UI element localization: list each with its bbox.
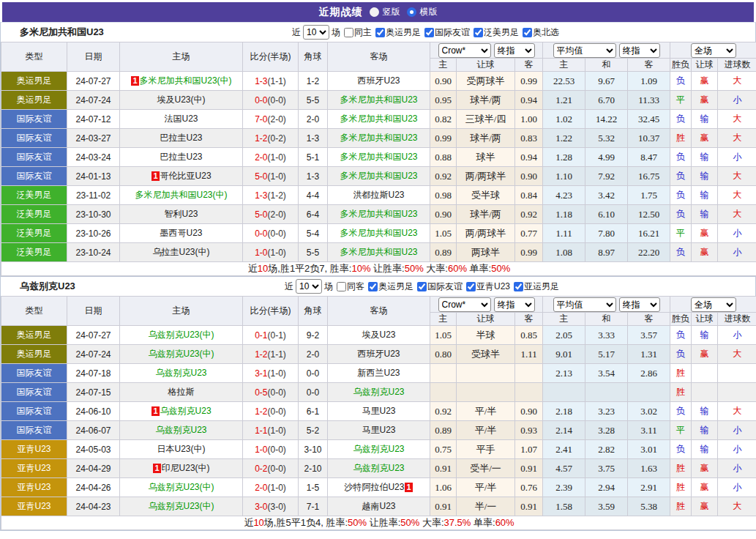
score-cell: 1-1(1-0) (243, 421, 299, 440)
radio-unchecked-icon[interactable] (370, 7, 379, 17)
date-cell: 24-04-23 (67, 497, 120, 516)
comp-checkbox-4[interactable] (514, 282, 523, 291)
score-cell: 3-1(1-0) (243, 364, 299, 383)
fulltime-score: 3-1 (255, 368, 267, 379)
avg-time-select[interactable]: 终指 (619, 43, 660, 58)
handicap-home-odds-cell: 1.06 (430, 478, 457, 497)
away-team-cell: 乌兹别克U23 (328, 459, 430, 478)
match-type-cell: 国际友谊 (1, 364, 67, 383)
result-group-header: 全场 (670, 42, 756, 59)
avg-home-cell: 4.57 (543, 459, 585, 478)
comp-checkbox-4[interactable] (523, 28, 532, 37)
avg-home-cell: 1.10 (543, 167, 585, 186)
home-team-cell: 巴拉圭U23 (120, 148, 243, 167)
sub-avg-away: 客 (628, 59, 670, 72)
away-team-cell: 埃及U23 (328, 326, 430, 345)
same-home-checkbox[interactable] (344, 28, 353, 37)
fulltime-score: 1-2 (255, 133, 267, 144)
filter-bar: 近 10 场 同客 奥运男足 国际友谊 亚青U23 亚运男足 (285, 279, 559, 294)
avg-home-cell: 1.28 (543, 148, 585, 167)
rank-badge: 1 (131, 76, 138, 86)
handicap-line-cell: 受球半 (457, 345, 515, 364)
col-corner: 角球 (299, 42, 328, 72)
result-goals-cell: 大 (718, 110, 756, 129)
sub-avg-home: 主 (543, 313, 585, 326)
bookmaker-select[interactable]: Crow* (438, 43, 491, 58)
fulltime-score: 1-3 (255, 190, 267, 201)
match-type-cell: 奥运男足 (1, 72, 67, 91)
result-outcome-cell: 负 (670, 186, 692, 205)
corner-cell: 5-1 (299, 148, 328, 167)
match-row: 泛美男足23-11-02多米尼加共和国U23(中)1-3(1-2)4-4洪都拉斯… (1, 186, 756, 205)
halftime-score: (1-0) (268, 152, 286, 163)
result-goals-cell: 大 (718, 72, 756, 91)
comp-checkbox-2[interactable] (424, 28, 434, 37)
layout-radio-vertical[interactable]: 竖版 (370, 6, 400, 18)
result-handicap-cell: 赢 (692, 224, 718, 243)
date-cell: 24-06-10 (67, 402, 120, 421)
odds-time-select[interactable]: 终指 (494, 297, 535, 312)
match-row: 国际友谊24-07-12法国U237-0(2-0)2-0多米尼加共和国U230.… (1, 110, 756, 129)
match-count-select[interactable]: 10 (296, 279, 322, 294)
odds-time-select[interactable]: 终指 (494, 43, 535, 58)
comp-checkbox-3[interactable] (474, 28, 483, 37)
handicap-line-cell: 受半/一 (457, 459, 515, 478)
match-type-cell: 泛美男足 (1, 205, 67, 224)
col-corner: 角球 (299, 297, 328, 326)
home-team-cell: 法国U23 (120, 110, 243, 129)
corner-cell: 1-3 (299, 129, 328, 148)
date-cell: 24-07-27 (67, 72, 120, 91)
sub-outcome: 胜负 (670, 313, 692, 326)
comp-checkbox-1[interactable] (368, 282, 378, 291)
away-team-cell: 多米尼加共和国U23 (328, 167, 430, 186)
date-cell: 24-05-03 (67, 440, 120, 459)
away-team-cell: 多米尼加共和国U23 (328, 243, 430, 262)
date-cell: 24-04-26 (67, 478, 120, 497)
avg-draw-cell: 3.75 (585, 459, 628, 478)
result-group-header: 全场 (670, 297, 756, 313)
radio-checked-icon[interactable] (407, 7, 416, 17)
handicap-away-odds-cell (515, 383, 543, 402)
layout-radio-horizontal[interactable]: 横版 (407, 6, 438, 18)
scope-select[interactable]: 全场 (691, 297, 736, 312)
result-goals-cell: 大 (718, 497, 756, 516)
result-handicap-cell: 赢 (692, 345, 718, 364)
match-type-cell: 泛美男足 (1, 224, 67, 243)
sub-away-odds: 客 (515, 313, 543, 326)
result-goals-cell: 小 (718, 91, 756, 110)
handicap-home-odds-cell: 0.92 (430, 167, 457, 186)
match-row: 国际友谊24-06-07乌兹别克U231-1(1-0)5-2马里U230.89平… (1, 421, 756, 440)
result-handicap-cell: 输 (692, 167, 718, 186)
bookmaker-select[interactable]: Crow* (438, 297, 491, 312)
score-cell: 1-3(1-2) (243, 186, 299, 205)
score-cell: 2-0(1-0) (243, 148, 299, 167)
fulltime-score: 0-5 (255, 387, 267, 398)
date-cell: 24-03-24 (67, 148, 120, 167)
avg-time-select[interactable]: 终指 (619, 297, 660, 312)
home-team-cell: 乌兹别克U23(中) (120, 497, 243, 516)
summary-value: 50% (405, 263, 424, 274)
match-count-select[interactable]: 10 (303, 25, 329, 40)
comp-checkbox-1[interactable] (375, 28, 385, 37)
matches-table: 类型 日期 主场 比分(半场) 角球 客场 Crow*终指 平均值终指 全场 (1, 296, 756, 530)
fulltime-score: 2-0 (255, 152, 267, 163)
avg-type-select[interactable]: 平均值 (553, 297, 616, 312)
home-team-cell: 乌兹别克U23 (120, 421, 243, 440)
same-away-checkbox[interactable] (337, 282, 346, 291)
comp-checkbox-3[interactable] (466, 282, 476, 291)
comp-checkbox-2[interactable] (417, 282, 427, 291)
fulltime-score: 5-0 (255, 209, 267, 220)
avg-away-cell: 16.21 (628, 224, 670, 243)
away-team-cell: 乌兹别克U23 (328, 383, 430, 402)
halftime-score: (1-0) (268, 483, 286, 493)
team-name-text: 多米尼加共和国U23 (340, 114, 417, 124)
scope-select[interactable]: 全场 (691, 43, 736, 58)
comp-label-1: 奥运男足 (386, 26, 421, 39)
avg-away-cell: 3.57 (628, 326, 670, 345)
rank-badge: 1 (151, 406, 159, 416)
avg-group-header: 平均值终指 (543, 297, 670, 313)
avg-type-select[interactable]: 平均值 (553, 43, 616, 58)
score-cell: 2-0(1-0) (243, 478, 299, 497)
avg-draw-cell: 14.22 (585, 110, 628, 129)
home-team-cell: 埃及U23(中) (120, 91, 243, 110)
